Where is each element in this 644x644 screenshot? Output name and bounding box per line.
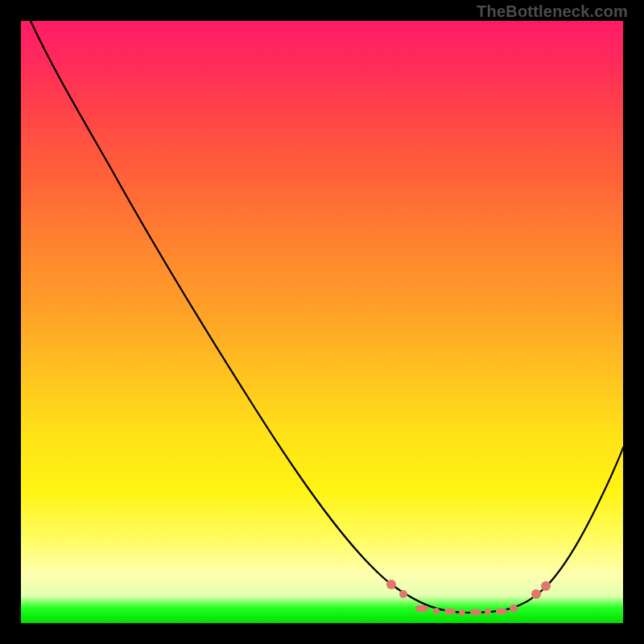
svg-point-9: [510, 605, 518, 613]
svg-point-1: [399, 590, 407, 598]
curve-path: [31, 21, 623, 613]
svg-rect-8: [496, 609, 507, 614]
svg-point-7: [485, 609, 491, 615]
svg-point-10: [531, 589, 541, 599]
svg-point-5: [459, 609, 465, 616]
svg-rect-4: [444, 609, 456, 614]
svg-rect-2: [415, 605, 428, 612]
chart-frame: TheBottleneck.com: [0, 0, 644, 644]
svg-point-0: [386, 580, 396, 589]
svg-point-11: [541, 581, 551, 591]
svg-rect-6: [470, 609, 481, 615]
plot-area: [21, 21, 623, 623]
watermark-text: TheBottleneck.com: [477, 2, 628, 21]
svg-point-3: [433, 608, 440, 614]
bottleneck-curve: [21, 21, 623, 623]
